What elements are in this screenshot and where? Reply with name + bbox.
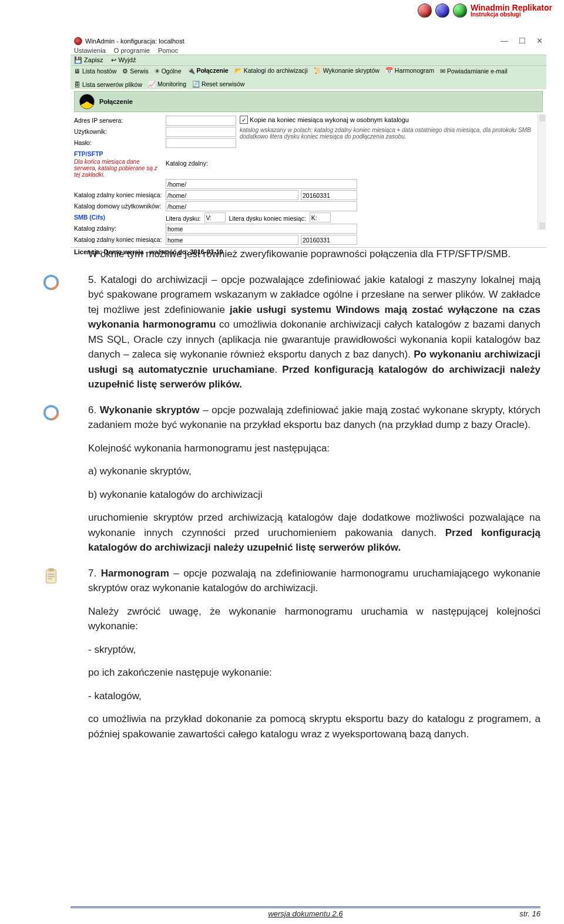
input-home2[interactable]: /home/ [166, 190, 298, 200]
menu-item[interactable]: Pomoc [158, 47, 178, 54]
menu-item[interactable]: O programie [114, 47, 150, 54]
lbl-kat-zdalny2: Katalog zdalny: [74, 224, 162, 234]
exit-button[interactable]: ↩ Wyjdź [111, 56, 136, 64]
app-icon [74, 37, 82, 45]
scroll-down-icon[interactable] [539, 222, 545, 230]
input-ip[interactable] [166, 116, 236, 126]
tab-connection[interactable]: 🔌 Połączenie [187, 67, 229, 75]
section-title: Połączenie [99, 98, 133, 105]
paragraph: co umożliwia na przykład dokonanie za po… [88, 711, 540, 741]
lbl-ip: Adres IP serwera: [74, 116, 162, 126]
lbl-pass: Hasło: [74, 138, 162, 148]
info-text-2: Dla końca miesiąca dane serwera, katalog… [74, 159, 162, 178]
page-footer: wersja dokumentu 2.6 str. 16 [70, 906, 540, 918]
scroll-up-icon[interactable] [539, 114, 545, 122]
lbl-kat-dom: Katalog domowy użytkowników: [74, 201, 162, 211]
clipboard-icon [42, 567, 60, 585]
maximize-button[interactable]: ☐ [519, 36, 526, 45]
document-body: W oknie tym możliwe jest również zweryfi… [70, 247, 540, 750]
lbl-ftp: FTP/SFTP [74, 149, 162, 157]
scrollbar[interactable] [538, 114, 546, 230]
list-item-7: 7. Harmonogram – opcje pozwalają na zdef… [88, 566, 540, 596]
menu-item[interactable]: Ustawienia [74, 47, 106, 54]
paragraph: Kolejność wykonania harmonogramu jest na… [88, 441, 540, 456]
svg-rect-6 [48, 574, 54, 575]
list-sub: - skryptów, [88, 642, 540, 657]
tab-general[interactable]: ✳ Ogólne [155, 68, 182, 75]
list-sub-a: a) wykonanie skryptów, [88, 464, 540, 479]
input-date2[interactable]: 20160331 [301, 235, 357, 245]
tab-hosts[interactable]: 🖥 Lista hostów [74, 68, 116, 75]
tab-scripts[interactable]: 📜 Wykonanie skryptów [314, 67, 380, 75]
input-drive-km[interactable]: K: [310, 213, 331, 222]
tab-monitoring[interactable]: 📈 Monitoring [148, 80, 186, 88]
checkbox-monthly[interactable]: ✓ [240, 116, 248, 124]
list-sub: - katalogów, [88, 689, 540, 704]
radiation-icon [79, 94, 95, 109]
list-item-5: 5. Katalogi do archiwizacji – opcje pozw… [88, 272, 540, 392]
input-home-t2[interactable]: home [166, 235, 298, 245]
input-home-t1[interactable]: home [166, 224, 357, 234]
lbl-smb: SMB (Cifs) [74, 213, 162, 222]
svg-rect-5 [48, 568, 53, 571]
orb-blue-icon [435, 4, 449, 18]
ring-icon [42, 404, 60, 421]
lbl-kat-zdalny: Katalog zdalny: [166, 159, 236, 178]
paragraph: W oknie tym możliwe jest również zweryfi… [88, 247, 540, 262]
save-button[interactable]: 💾 Zapisz [74, 56, 103, 64]
list-sub-b: b) wykonanie katalogów do archiwizacji [88, 487, 540, 503]
minimize-button[interactable]: — [501, 36, 508, 45]
brand-title: Winadmin Replikator [471, 4, 552, 12]
input-date1[interactable]: 20160331 [301, 190, 357, 200]
svg-rect-8 [48, 578, 52, 579]
close-button[interactable]: ✕ [536, 36, 543, 45]
tab-email[interactable]: ✉ Powiadamianie e-mail [440, 68, 508, 75]
footer-version: wersja dokumentu 2.6 [129, 909, 482, 918]
tab-fileservers[interactable]: 🗄 Lista serwerów plików [74, 81, 142, 88]
input-user[interactable] [166, 127, 236, 137]
brand-logo: Winadmin Replikator Instrukcja obsługi [418, 4, 552, 18]
window-title: WinAdmin - konfiguracja: localhost [85, 38, 184, 45]
svg-rect-7 [48, 576, 54, 577]
footer-page: str. 16 [482, 909, 540, 918]
tab-schedule[interactable]: 📅 Harmonogram [385, 67, 434, 75]
input-drive[interactable]: V: [204, 213, 226, 222]
input-home1[interactable]: /home/ [166, 179, 357, 189]
checkbox-label: Kopie na koniec miesiąca wykonaj w osobn… [250, 116, 409, 123]
lbl-kat-zkm: Katalog zdalny koniec miesiąca: [74, 190, 162, 200]
orb-red-icon [418, 4, 432, 18]
ring-icon [42, 274, 60, 291]
paragraph: Należy zwrócić uwagę, że wykonanie harmo… [88, 604, 540, 634]
lbl-kat-zkm2: Katalog zdalny koniec miesiąca: [74, 235, 162, 245]
tab-reset[interactable]: 🔄 Reset serwisów [192, 80, 244, 88]
tab-archive[interactable]: 📂 Katalogi do archiwizacji [234, 67, 308, 75]
input-home3[interactable]: /home/ [166, 201, 357, 211]
lbl-user: Użytkownik: [74, 127, 162, 137]
app-window: WinAdmin - konfiguracja: localhost — ☐ ✕… [70, 35, 546, 234]
brand-subtitle: Instrukcja obsługi [471, 12, 552, 18]
paragraph: po ich zakończenie następuje wykonanie: [88, 665, 540, 680]
orb-green-icon [453, 4, 467, 18]
paragraph: uruchomienie skryptów przed archiwizacją… [88, 510, 540, 555]
tab-service[interactable]: ⚙ Serwis [122, 68, 148, 75]
input-pass[interactable] [166, 138, 236, 148]
info-text-1: katalog wskazany w polach: katalog zdaln… [240, 127, 543, 157]
list-item-6: 6. Wykonanie skryptów – opcje pozwalają … [88, 403, 540, 433]
